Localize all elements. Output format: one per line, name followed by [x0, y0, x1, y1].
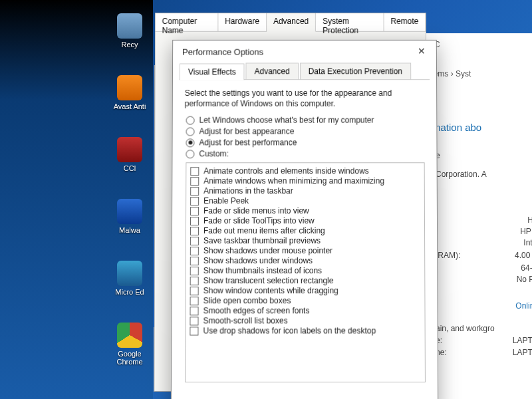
checkbox-row[interactable]: Show translucent selection rectangle	[190, 276, 421, 285]
desktop-icon-recycle[interactable]: Recy	[108, 13, 151, 49]
checkbox-icon	[190, 217, 199, 225]
info-heading: rmation abo	[429, 122, 532, 133]
intro-text: Select the settings you want to use for …	[185, 88, 425, 109]
perf-tabs: Visual Effects Advanced Data Execution P…	[180, 63, 430, 80]
info-value: Intel	[429, 238, 532, 247]
checkbox-icon	[190, 327, 198, 335]
performance-options-dialog: Performance Options ✕ Visual Effects Adv…	[171, 40, 438, 399]
checkbox-row[interactable]: Smooth-scroll list boxes	[190, 317, 420, 326]
dialog-titlebar[interactable]: Performance Options ✕	[173, 41, 436, 63]
checkbox-row[interactable]: Show window contents while dragging	[190, 287, 421, 296]
checkbox-row[interactable]: Animations in the taskbar	[190, 186, 420, 196]
visual-effects-list[interactable]: Animate controls and elements inside win…	[185, 163, 426, 383]
checkbox-label: Slide open combo boxes	[203, 297, 291, 306]
radio-best-appearance[interactable]: Adjust for best appearance	[186, 127, 425, 136]
checkbox-row[interactable]: Slide open combo boxes	[190, 297, 421, 306]
tab-system-protection[interactable]: System Protection	[316, 13, 384, 31]
tab-computer-name[interactable]: Computer Name	[156, 13, 219, 31]
chrome-icon	[117, 323, 142, 348]
tab-hardware[interactable]: Hardware	[218, 13, 267, 31]
checkbox-icon	[190, 187, 199, 196]
desktop: Recy Avast Anti CCl Malwa Micro Ed Googl…	[0, 0, 153, 399]
info-value: 4.00 G	[515, 251, 532, 260]
checkbox-label: Use drop shadows for icon labels on the …	[203, 327, 376, 336]
info-row: me	[429, 151, 532, 160]
radio-icon	[186, 127, 195, 136]
checkbox-icon	[190, 197, 199, 205]
tab-visual-effects[interactable]: Visual Effects	[180, 63, 245, 80]
radio-let-windows-choose[interactable]: Let Windows choose what's best for my co…	[186, 116, 425, 125]
radio-best-performance[interactable]: Adjust for best performance	[186, 138, 424, 148]
checkbox-row[interactable]: Fade or slide menus into view	[190, 206, 420, 215]
checkbox-label: Fade or slide menus into view	[203, 206, 309, 215]
desktop-icon-label: Micro Ed	[108, 288, 151, 296]
checkbox-icon	[190, 267, 199, 275]
recycle-bin-icon	[117, 13, 142, 39]
info-value: 64-bi	[429, 263, 532, 273]
desktop-icon-label: Google Chrome	[108, 350, 151, 366]
checkbox-label: Show shadows under mouse pointer	[203, 246, 332, 255]
radio-label: Adjust for best performance	[199, 138, 297, 148]
workgroup-heading: main, and workgro	[429, 324, 532, 333]
radio-icon	[186, 138, 194, 147]
checkbox-icon	[190, 257, 199, 265]
info-value: No Pe	[429, 275, 532, 284]
desktop-icon-ccleaner[interactable]: CCl	[108, 137, 151, 172]
radio-custom[interactable]: Custom:	[186, 150, 424, 159]
checkbox-row[interactable]: Use drop shadows for icon labels on the …	[190, 327, 420, 336]
tab-remote[interactable]: Remote	[384, 13, 426, 31]
radio-icon	[186, 116, 195, 125]
checkbox-row[interactable]: Show shadows under windows	[190, 256, 420, 265]
avast-icon	[117, 75, 142, 100]
checkbox-icon	[190, 207, 199, 215]
desktop-icon-chrome[interactable]: Google Chrome	[108, 323, 151, 366]
checkbox-label: Smooth edges of screen fonts	[203, 307, 310, 316]
desktop-icon-malwarebytes[interactable]: Malwa	[108, 199, 151, 234]
close-button[interactable]: ✕	[412, 45, 431, 59]
checkbox-row[interactable]: Enable Peek	[190, 196, 420, 205]
checkbox-label: Smooth-scroll list boxes	[203, 317, 287, 326]
checkbox-icon	[190, 287, 199, 295]
checkbox-icon	[190, 307, 198, 315]
desktop-icon-avast[interactable]: Avast Anti	[108, 75, 151, 110]
dialog-title: Performance Options	[182, 47, 263, 57]
online-link[interactable]: Online	[429, 301, 532, 311]
system-properties-tabs: Computer Name Hardware Advanced System P…	[156, 13, 426, 32]
wg-value: LAPTO	[513, 336, 532, 345]
checkbox-label: Show shadows under windows	[203, 256, 313, 265]
breadcrumb-path[interactable]: Items › Syst	[429, 69, 532, 78]
radio-icon	[186, 150, 194, 158]
checkbox-label: Animate controls and elements inside win…	[203, 167, 368, 176]
checkbox-icon	[190, 227, 199, 235]
checkbox-label: Animate windows when minimizing and maxi…	[203, 177, 384, 186]
breadcrumb[interactable]: PC	[429, 40, 532, 49]
checkbox-row[interactable]: Fade or slide ToolTips into view	[190, 216, 420, 225]
checkbox-label: Show thumbnails instead of icons	[203, 266, 322, 275]
checkbox-row[interactable]: Smooth edges of screen fonts	[190, 307, 420, 316]
checkbox-label: Fade or slide ToolTips into view	[203, 216, 315, 225]
checkbox-label: Show window contents while dragging	[203, 287, 338, 296]
edge-icon	[117, 261, 142, 286]
checkbox-row[interactable]: Animate windows when minimizing and maxi…	[190, 177, 420, 186]
checkbox-row[interactable]: Save taskbar thumbnail previews	[190, 236, 420, 245]
checkbox-label: Fade out menu items after clicking	[203, 226, 325, 235]
tab-advanced[interactable]: Advanced	[267, 13, 316, 32]
info-row: ft Corporation. A	[429, 170, 532, 179]
checkbox-icon	[190, 237, 199, 245]
tab-dep[interactable]: Data Execution Prevention	[300, 63, 411, 79]
checkbox-icon	[190, 277, 199, 285]
tab-advanced[interactable]: Advanced	[246, 63, 299, 79]
checkbox-row[interactable]: Show thumbnails instead of icons	[190, 266, 421, 275]
checkbox-row[interactable]: Animate controls and elements inside win…	[190, 167, 420, 176]
desktop-icon-label: Recy	[108, 41, 151, 49]
wg-value: LAPTO	[513, 348, 532, 357]
ccleaner-icon	[117, 137, 142, 162]
desktop-icon-edge[interactable]: Micro Ed	[108, 261, 151, 296]
desktop-icon-label: Malwa	[108, 226, 151, 234]
perf-body: Select the settings you want to use for …	[172, 80, 438, 399]
checkbox-row[interactable]: Fade out menu items after clicking	[190, 226, 420, 235]
malwarebytes-icon	[117, 199, 142, 224]
radio-label: Custom:	[199, 150, 229, 159]
checkbox-label: Save taskbar thumbnail previews	[203, 236, 321, 245]
checkbox-row[interactable]: Show shadows under mouse pointer	[190, 246, 420, 255]
